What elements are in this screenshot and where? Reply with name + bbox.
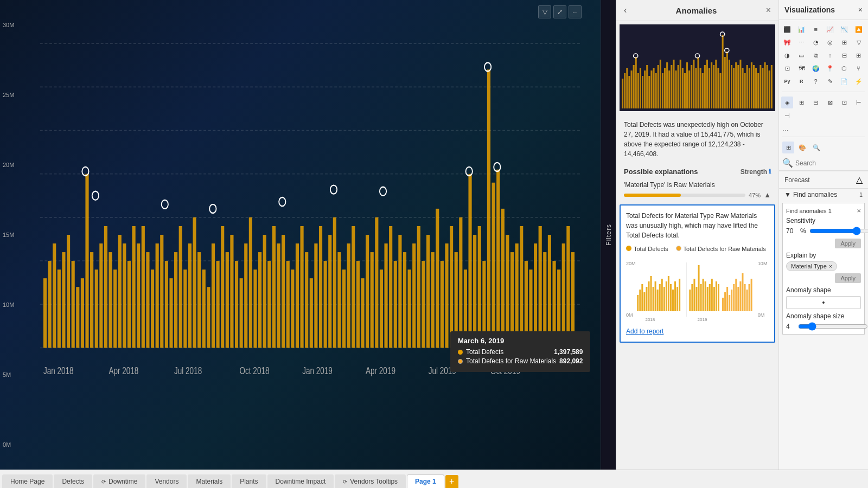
viz-icon-map[interactable]: 🗺	[795, 62, 807, 74]
viz-icon-filled-map[interactable]: 🌍	[810, 62, 822, 74]
explain-apply-btn[interactable]: Apply	[835, 273, 861, 283]
viz-close-btn[interactable]: ×	[858, 5, 863, 14]
svg-rect-77	[366, 235, 369, 348]
viz-icon-ribbon[interactable]: 🎀	[781, 36, 793, 48]
viz-icon-line[interactable]: 📉	[838, 23, 850, 35]
tab-vendors[interactable]: Vendors	[146, 474, 187, 488]
viz-icon-donut[interactable]: ◎	[824, 36, 836, 48]
anomalies-header: ‹ Anomalies ×	[616, 0, 778, 21]
viz-icon-gauge[interactable]: ◑	[781, 49, 793, 61]
svg-rect-174	[695, 68, 697, 108]
forecast-section: Forecast △	[779, 171, 868, 188]
viz-icon-r[interactable]: R	[795, 75, 807, 87]
add-tab-btn[interactable]: +	[445, 475, 458, 488]
svg-rect-36	[174, 252, 177, 348]
viz-icon-custom3[interactable]: ⊠	[824, 97, 836, 108]
svg-rect-203	[760, 65, 761, 108]
svg-text:Jan 2019: Jan 2019	[302, 365, 333, 376]
svg-rect-52	[249, 217, 252, 348]
viz-icon-area[interactable]: 🔼	[853, 23, 865, 35]
svg-rect-149	[640, 68, 641, 108]
tab-home-page[interactable]: Home Page	[2, 474, 53, 488]
viz-icon-azure-map[interactable]: 📍	[824, 62, 836, 74]
viz-icon-bar[interactable]: 📊	[795, 23, 807, 35]
viz-icon-qna[interactable]: ?	[810, 75, 822, 87]
add-to-report-btn[interactable]: Add to report	[626, 326, 663, 336]
svg-rect-141	[622, 79, 623, 108]
svg-rect-236	[674, 281, 676, 311]
svg-rect-208	[771, 65, 773, 108]
viz-more-dots[interactable]: ···	[779, 125, 868, 136]
viz-icon-custom1[interactable]: ⊞	[795, 97, 807, 108]
svg-rect-144	[628, 76, 630, 108]
viz-icon-custom4[interactable]: ⊡	[838, 97, 850, 108]
svg-rect-146	[633, 65, 635, 108]
svg-rect-98	[464, 269, 467, 348]
viz-icon-power-apps[interactable]: ⚡	[853, 75, 865, 87]
format-icon[interactable]: 🎨	[796, 142, 808, 153]
field-well-icon[interactable]: ⊞	[782, 142, 794, 153]
viz-icon-python[interactable]: Py	[781, 75, 793, 87]
viz-icon-slicer[interactable]: ⊟	[838, 49, 850, 61]
viz-icon-custom5[interactable]: ⊢	[853, 97, 865, 108]
config-label: Find anomalies 1	[786, 208, 832, 214]
viz-icon-shape-map[interactable]: ⬡	[838, 62, 850, 74]
svg-rect-186	[722, 35, 724, 108]
viz-icon-table[interactable]: ⊞	[853, 49, 865, 61]
svg-text:2019: 2019	[698, 317, 708, 322]
svg-rect-118	[557, 269, 560, 348]
viz-icon-stacked-bar[interactable]: ⬛	[781, 23, 793, 35]
viz-icon-matrix[interactable]: ⊡	[781, 62, 793, 74]
viz-icon-multi-row[interactable]: ≡	[810, 23, 822, 35]
svg-rect-177	[702, 73, 704, 108]
viz-icon-pie[interactable]: ◔	[810, 36, 822, 48]
viz-icon-multi-card[interactable]: ⧉	[810, 49, 822, 61]
svg-rect-251	[716, 281, 717, 311]
find-anomalies-row[interactable]: ▼ Find anomalies 1	[779, 189, 868, 201]
search-input[interactable]	[795, 159, 865, 167]
svg-rect-162	[668, 70, 670, 108]
tab-plants[interactable]: Plants	[232, 474, 266, 488]
filters-sidebar[interactable]: Filters	[601, 0, 616, 470]
svg-rect-199	[751, 62, 752, 108]
svg-rect-145	[631, 70, 633, 108]
tab-downtime[interactable]: ⟳ Downtime	[93, 474, 145, 488]
shape-size-slider[interactable]	[798, 322, 868, 331]
viz-icon-anomaly-active[interactable]: ◈	[781, 97, 793, 108]
analytics-icon[interactable]: 🔍	[810, 142, 822, 153]
viz-icon-scatter[interactable]: ⋯	[795, 36, 807, 48]
svg-rect-22	[108, 252, 112, 348]
viz-icon-column[interactable]: 📈	[824, 23, 836, 35]
svg-rect-97	[459, 217, 462, 348]
viz-icon-custom2[interactable]: ⊟	[810, 97, 822, 108]
tab-page-1[interactable]: Page 1	[407, 474, 444, 488]
sensitivity-apply-btn[interactable]: Apply	[835, 239, 861, 248]
forecast-header[interactable]: Forecast △	[779, 171, 868, 188]
sensitivity-slider[interactable]	[809, 227, 868, 235]
expand-explanation-btn[interactable]: ▲	[764, 191, 771, 199]
svg-rect-41	[197, 252, 201, 348]
tab-vendors-tooltips[interactable]: ⟳ Vendors Tooltips	[335, 474, 406, 488]
anomaly-shape-input[interactable]	[786, 296, 861, 309]
svg-rect-79	[375, 217, 378, 348]
svg-rect-265	[749, 284, 750, 311]
viz-icon-funnel[interactable]: ▽	[853, 36, 865, 48]
viz-icon-treemap[interactable]: ⊞	[838, 36, 850, 48]
config-close-btn[interactable]: ×	[857, 207, 861, 215]
viz-icon-card[interactable]: ▭	[795, 49, 807, 61]
anomalies-close-btn[interactable]: ×	[766, 5, 771, 15]
viz-icon-paginated[interactable]: 📄	[838, 75, 850, 87]
tab-materials[interactable]: Materials	[188, 474, 231, 488]
viz-icon-kpi[interactable]: ↑	[824, 49, 836, 61]
viz-icon-smart-narrative[interactable]: ✎	[824, 75, 836, 87]
tab-defects[interactable]: Defects	[54, 474, 92, 488]
svg-rect-166	[678, 65, 679, 108]
viz-icon-decomp[interactable]: ⑂	[853, 62, 865, 74]
tag-close-icon[interactable]: ×	[829, 263, 832, 269]
svg-rect-158	[660, 60, 661, 108]
anomalies-nav-arrow-left[interactable]: ‹	[624, 5, 627, 15]
tab-downtime-impact[interactable]: Downtime Impact	[267, 474, 334, 488]
svg-rect-51	[244, 243, 247, 348]
svg-rect-197	[746, 65, 748, 108]
viz-icon-custom6[interactable]: ⊣	[781, 110, 793, 121]
